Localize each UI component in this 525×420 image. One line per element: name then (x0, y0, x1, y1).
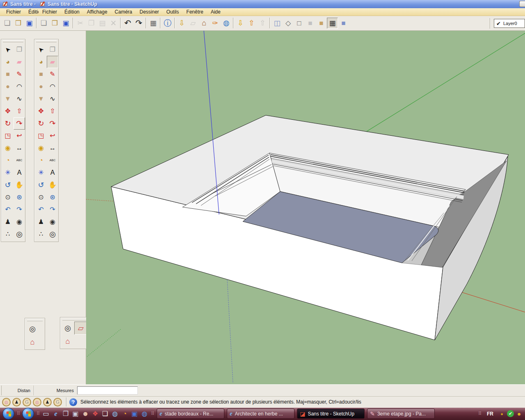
tool-offset[interactable]: ↩ (14, 130, 25, 142)
tool-rectangle[interactable]: ■ (2, 68, 14, 80)
tool-zoom-next[interactable]: ↷ (47, 203, 58, 216)
tool-section-plane[interactable]: ◎ (26, 322, 39, 336)
tool-zoom-previous[interactable]: ↶ (35, 203, 47, 216)
tool-move[interactable]: ✥ (2, 105, 14, 117)
tool-pan[interactable]: ✋ (14, 179, 25, 191)
menu-aide[interactable]: Aide (207, 8, 224, 16)
tool-tape-measure[interactable]: ◉ (35, 142, 47, 154)
tool-look-around[interactable]: ◉ (47, 216, 58, 228)
quicklaunch-user-app[interactable]: ☻ (81, 409, 90, 418)
tool-select[interactable]: ➤ (35, 43, 47, 56)
add-location-button[interactable]: ⇩ (176, 18, 187, 29)
toolbar-grip[interactable] (62, 319, 89, 320)
taskbar-task[interactable]: eArchitecte en herbe ... (227, 409, 294, 419)
tool-polygon[interactable]: ▼ (35, 93, 47, 105)
quicklaunch-picasa[interactable]: ❖ (91, 409, 100, 418)
credits-icon[interactable]: G (23, 398, 31, 406)
taskbar-grip[interactable]: ⠿ (17, 411, 20, 416)
menu-fentre[interactable]: Fenêtre (183, 8, 207, 16)
tool-pan[interactable]: ✋ (47, 179, 58, 191)
quicklaunch-document[interactable]: ❏ (100, 409, 110, 418)
quicklaunch-tv-app[interactable]: ▣ (130, 409, 139, 418)
tool-walk[interactable]: ∴ (35, 228, 47, 240)
print-button[interactable]: ▦ (148, 18, 159, 29)
window-control-button[interactable] (519, 1, 525, 7)
menu-fichier[interactable]: Fichier (39, 8, 61, 16)
delete-button[interactable]: ✕ (108, 18, 119, 29)
menu-dition[interactable]: Édition (61, 8, 83, 16)
viewport-3d-canvas[interactable] (86, 31, 525, 383)
tool-position-camera[interactable]: ♟ (35, 216, 47, 228)
menu-dessiner[interactable]: Dessiner (136, 8, 162, 16)
menu-outils[interactable]: Outils (163, 8, 183, 16)
open-button[interactable]: ❒ (49, 18, 60, 29)
help-icon[interactable]: ? (69, 398, 77, 406)
taskbar-grip[interactable]: ⠿ (478, 411, 481, 416)
open-button[interactable]: ❒ (13, 18, 24, 29)
tool-offset[interactable]: ↩ (47, 130, 58, 142)
tool-orbit[interactable]: ↺ (2, 179, 14, 191)
paste-button[interactable]: ▤ (97, 18, 108, 29)
tool-eraser[interactable]: ▰ (47, 56, 58, 68)
tool-tape-measure[interactable]: ◉ (2, 142, 14, 154)
tool-line[interactable]: ✎ (47, 68, 58, 80)
viewport[interactable] (86, 31, 525, 384)
tool-dimensions[interactable]: ↔ (14, 142, 25, 154)
measurements-input[interactable] (77, 386, 138, 395)
start-button[interactable] (2, 408, 14, 420)
tray-shield-check-icon[interactable]: ✔ (507, 410, 514, 417)
tool-section-plane[interactable]: ◎ (61, 322, 74, 335)
new-button[interactable]: ❏ (38, 18, 49, 29)
tool-push-pull[interactable]: ⇧ (47, 105, 58, 117)
tool-zoom[interactable]: ⊙ (35, 191, 47, 203)
tool-move[interactable]: ✥ (35, 105, 47, 117)
credits-icon[interactable]: G (53, 398, 62, 406)
palette-grip[interactable] (36, 41, 57, 42)
save-button[interactable]: ▣ (60, 18, 71, 29)
tool-look-around[interactable]: ◉ (14, 216, 25, 228)
tool-zoom-next[interactable]: ↷ (14, 203, 25, 216)
tool-paint-bucket[interactable]: ◕ (35, 56, 47, 68)
quicklaunch-google-earth[interactable]: ◍ (140, 409, 149, 418)
tool-polygon[interactable]: ▼ (2, 93, 14, 105)
language-indicator[interactable]: FR (487, 411, 493, 417)
tool-follow-me[interactable]: ↷ (47, 117, 58, 130)
quicklaunch-window-switcher[interactable]: ❐ (61, 409, 70, 418)
menu-ditic[interactable]: Éditic (25, 8, 39, 16)
monochrome-button[interactable]: ▦ (327, 18, 338, 29)
tool-zoom-extents[interactable]: ⊛ (47, 191, 58, 203)
layer-selector[interactable]: ✔ Layer0 (490, 18, 525, 29)
tool-freehand[interactable]: ∿ (47, 93, 58, 105)
claim-credit-icon[interactable]: ♟ (12, 398, 21, 406)
tool-scale[interactable]: ◳ (2, 130, 14, 142)
share-model-button[interactable]: ⇧ (246, 18, 257, 29)
quicklaunch-mail-app[interactable]: ◔ (120, 409, 129, 418)
taskbar-task[interactable]: ✎3eme etape.jpg - Pa... (367, 409, 435, 419)
geolocation-icon[interactable]: ◍ (33, 398, 41, 406)
taskbar-grip[interactable]: ⠿ (37, 411, 39, 416)
tool-rotate[interactable]: ↻ (35, 117, 47, 130)
xray-button[interactable]: ◫ (272, 18, 283, 29)
shaded-with-textures-button[interactable]: ■ (316, 18, 327, 29)
palette-grip[interactable] (3, 41, 23, 42)
get-models-button[interactable]: ⇩ (235, 18, 246, 29)
tool-3d-text[interactable]: A (14, 167, 25, 179)
hidden-line-button[interactable]: □ (294, 18, 305, 29)
photo-textures-button[interactable]: ✑ (210, 18, 221, 29)
tool-rotate[interactable]: ↻ (2, 117, 14, 130)
menu-camra[interactable]: Caméra (111, 8, 136, 16)
tool-orbit[interactable]: ↺ (35, 179, 47, 191)
menu-fichier[interactable]: Fichier (2, 8, 25, 16)
copy-button[interactable]: ❐ (86, 18, 97, 29)
undo-button[interactable]: ↶ (122, 18, 133, 29)
tool-rectangle[interactable]: ■ (35, 68, 47, 80)
tool-protractor[interactable]: ◔ (2, 154, 14, 167)
tool-make-component[interactable]: ❐ (14, 43, 25, 56)
tool-line[interactable]: ✎ (14, 68, 25, 80)
menu-affichage[interactable]: Affichage (83, 8, 111, 16)
tool-display-section-cuts[interactable]: ⌂ (26, 336, 39, 349)
toolbar-grip[interactable] (27, 320, 43, 321)
add-building-button[interactable]: ⌂ (199, 18, 210, 29)
tool-section-plane[interactable]: ◎ (47, 228, 58, 240)
new-button[interactable]: ❏ (2, 18, 13, 29)
